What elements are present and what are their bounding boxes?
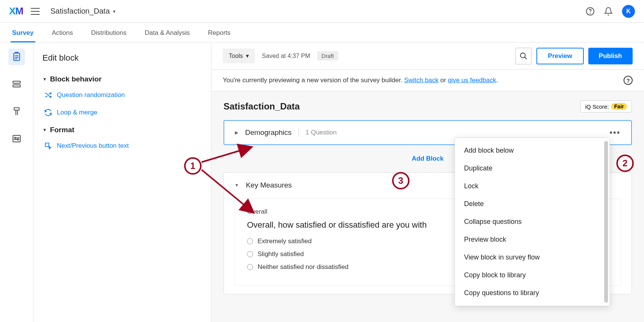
tab-survey[interactable]: Survey: [11, 29, 35, 42]
radio-icon: [247, 251, 253, 257]
builder-icon[interactable]: [8, 48, 25, 65]
draft-badge: Draft: [317, 51, 339, 61]
annotation-2: 2: [616, 155, 634, 172]
loop-icon: [44, 108, 52, 117]
saved-status: Saved at 4:37 PM: [262, 53, 310, 59]
notice-prefix: You're currently previewing a new versio…: [223, 77, 404, 84]
main-tabs: Survey Actions Distributions Data & Anal…: [0, 23, 644, 42]
option-loop-merge[interactable]: Loop & merge: [42, 108, 202, 117]
ctx-lock[interactable]: Lock: [455, 177, 610, 195]
block-name: Demographics: [245, 128, 292, 137]
feedback-link[interactable]: give us feedback: [448, 77, 496, 84]
option-next-prev-text[interactable]: Next/Previous button text: [42, 142, 202, 150]
divider: [299, 128, 299, 137]
left-icon-rail: [0, 42, 33, 322]
user-avatar[interactable]: K: [622, 5, 635, 18]
svg-point-8: [521, 53, 525, 58]
chevron-down-icon: ▾: [113, 8, 116, 14]
option-text: Extremely satisfied: [258, 238, 312, 245]
radio-icon: [247, 238, 253, 244]
annotation-3: 3: [392, 172, 410, 189]
radio-icon: [247, 264, 253, 270]
expand-icon[interactable]: ▶: [235, 130, 238, 135]
caret-down-icon: ▼: [42, 77, 47, 82]
edit-block-panel: Edit block ▼ Block behavior Question ran…: [33, 42, 211, 322]
logo: XM: [9, 5, 23, 17]
block-name: Key Measures: [246, 181, 292, 189]
section-label: Format: [50, 126, 74, 134]
flow-icon[interactable]: [8, 76, 25, 92]
survey-title-row: Satisfaction_Data iQ Score: Fair: [224, 100, 632, 113]
section-label: Block behavior: [50, 75, 102, 83]
iq-score-label: iQ Score:: [585, 103, 609, 110]
block-question-count: 1 Question: [306, 129, 337, 136]
notifications-icon[interactable]: [604, 7, 613, 16]
shuffle-icon: [44, 91, 52, 99]
tools-dropdown[interactable]: Tools ▾: [223, 48, 255, 63]
option-text: Slightly satisfied: [258, 250, 304, 258]
svg-rect-3: [13, 81, 20, 83]
option-text: Neither satisfied nor dissatisfied: [258, 263, 349, 271]
block-more-icon[interactable]: •••: [610, 128, 621, 138]
preview-notice: You're currently previewing a new versio…: [211, 70, 644, 91]
ctx-view-in-flow[interactable]: View block in survey flow: [455, 249, 610, 266]
add-block-link[interactable]: Add Block: [412, 155, 444, 162]
canvas-toolbar: Tools ▾ Saved at 4:37 PM Draft Preview P…: [211, 42, 644, 70]
tab-actions[interactable]: Actions: [50, 29, 75, 42]
scrollbar[interactable]: [604, 141, 608, 303]
project-name-text: Satisfaction_Data: [50, 7, 110, 16]
collapse-icon[interactable]: ▼: [234, 183, 239, 188]
option-label: Next/Previous button text: [57, 142, 129, 150]
svg-rect-5: [13, 135, 20, 142]
search-icon: [519, 52, 528, 60]
project-name-dropdown[interactable]: Satisfaction_Data ▾: [50, 7, 116, 16]
preview-button[interactable]: Preview: [536, 48, 583, 64]
option-label: Question randomization: [57, 91, 125, 99]
ctx-preview-block[interactable]: Preview block: [455, 231, 610, 249]
option-label: Loop & merge: [57, 109, 97, 116]
option-question-randomization[interactable]: Question randomization: [42, 91, 202, 99]
ctx-duplicate[interactable]: Duplicate: [455, 159, 610, 177]
publish-button[interactable]: Publish: [588, 48, 633, 64]
tab-reports[interactable]: Reports: [206, 29, 232, 42]
edit-panel-title: Edit block: [42, 53, 202, 63]
ctx-copy-questions-library[interactable]: Copy questions to library: [455, 284, 610, 302]
look-feel-icon[interactable]: [8, 103, 25, 120]
chevron-down-icon: ▾: [246, 52, 249, 59]
cursor-icon: [44, 142, 52, 150]
iq-score-badge[interactable]: iQ Score: Fair: [580, 100, 632, 113]
menu-icon[interactable]: [31, 8, 40, 15]
header-right: K: [586, 5, 635, 18]
svg-point-1: [590, 13, 591, 13]
section-format[interactable]: ▼ Format: [42, 126, 202, 134]
tools-label: Tools: [229, 53, 243, 59]
survey-title: Satisfaction_Data: [224, 101, 300, 112]
svg-rect-4: [13, 85, 20, 87]
svg-point-7: [17, 139, 18, 140]
ctx-add-block-below[interactable]: Add block below: [455, 142, 610, 159]
ctx-delete[interactable]: Delete: [455, 195, 610, 213]
svg-point-6: [15, 137, 16, 138]
iq-score-value: Fair: [611, 103, 627, 110]
section-block-behavior[interactable]: ▼ Block behavior: [42, 75, 202, 83]
notice-text: You're currently previewing a new versio…: [223, 77, 498, 84]
notice-middle: or: [439, 77, 448, 84]
ctx-collapse-questions[interactable]: Collapse questions: [455, 213, 610, 231]
tab-distributions[interactable]: Distributions: [89, 29, 128, 42]
survey-options-icon[interactable]: [8, 130, 25, 147]
search-button[interactable]: [515, 48, 532, 64]
notice-help-icon[interactable]: ?: [624, 76, 633, 85]
block-context-menu: Add block below Duplicate Lock Delete Co…: [455, 138, 610, 306]
notice-suffix: .: [496, 77, 498, 84]
top-header: XM Satisfaction_Data ▾ K: [0, 0, 644, 23]
annotation-1: 1: [184, 157, 202, 175]
caret-down-icon: ▼: [42, 127, 47, 133]
switch-back-link[interactable]: Switch back: [404, 77, 439, 84]
toolbar-right: Preview Publish: [515, 48, 633, 64]
tab-data-analysis[interactable]: Data & Analysis: [143, 29, 191, 42]
ctx-copy-block-library[interactable]: Copy block to library: [455, 266, 610, 284]
help-icon[interactable]: [586, 7, 595, 16]
